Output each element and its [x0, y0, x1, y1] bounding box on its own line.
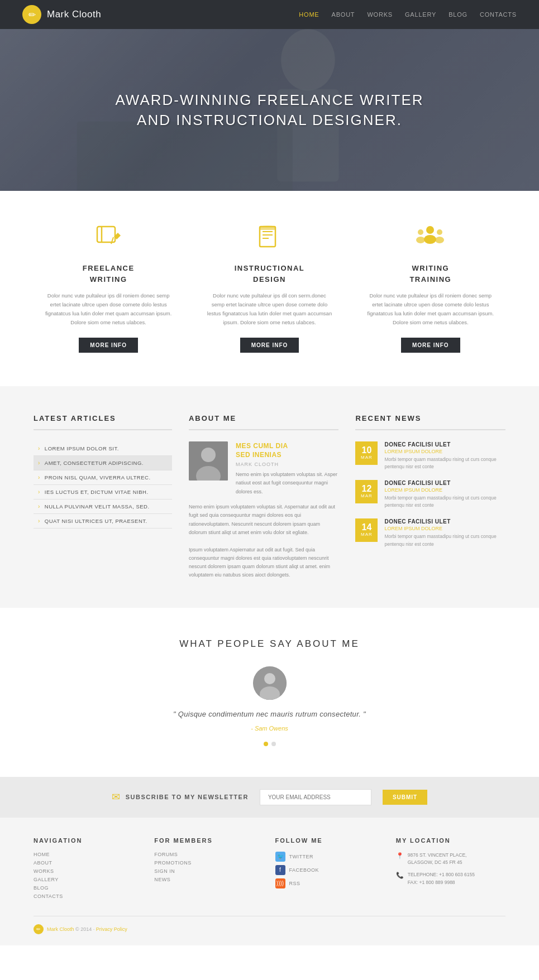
footer-bottom: ✏ Mark Clooth © 2014 · Privacy Policy: [34, 916, 505, 934]
news-date-2: 12 MAR: [355, 480, 378, 503]
footer-members-forums[interactable]: FORUMS: [154, 852, 264, 857]
svg-point-19: [201, 448, 216, 462]
news-month-1: MAR: [361, 455, 373, 460]
article-item-1[interactable]: › LOREM IPSUM DOLOR SIT.: [34, 441, 172, 456]
service-instructional-design: INSTRUCTIONAL DESIGN Dolor nunc vute pul…: [194, 219, 344, 358]
map-pin-icon: 📍: [396, 852, 404, 859]
newsletter-label-area: ✉ SUBSCRIBE TO MY NEWSLETTER: [112, 791, 249, 803]
location-phone: 📞 TELEPHONE: +1 800 603 6155 FAX: +1 800…: [396, 871, 505, 886]
svg-point-13: [424, 235, 436, 244]
privacy-policy-link[interactable]: Privacy Policy: [96, 926, 127, 932]
testimonials-section: WHAT PEOPLE SAY ABOUT ME " Quisque condi…: [0, 608, 539, 777]
writing-icon: [45, 224, 172, 254]
footer-navigation: NAVIGATION HOME ABOUT WORKS GALLERY BLOG…: [34, 837, 143, 902]
latest-articles: LATEST ARTICLES › LOREM IPSUM DOLOR SIT.…: [34, 414, 172, 580]
footer: NAVIGATION HOME ABOUT WORKS GALLERY BLOG…: [0, 818, 539, 945]
news-content-3: DONEC FACILISI ULET LOREM IPSUM DOLORE M…: [384, 518, 505, 548]
dot-2[interactable]: [271, 742, 276, 746]
footer-nav-contacts[interactable]: CONTACTS: [34, 893, 143, 899]
news-day-1: 10: [362, 446, 372, 455]
service-title-3: WRITING TRAINING: [367, 263, 494, 285]
location-address-text: 9876 ST. VINCENT PLACE, GLASGOW, DC 45 F…: [408, 852, 467, 867]
recent-news-heading: RECENT NEWS: [355, 414, 505, 430]
footer-brand-link[interactable]: Mark Clooth: [47, 926, 74, 932]
nav-works[interactable]: WORKS: [367, 11, 393, 18]
nav-contacts[interactable]: CONTACTS: [480, 11, 517, 18]
service-more-btn-3[interactable]: MORe INFO: [401, 338, 460, 353]
svg-point-17: [435, 237, 444, 243]
nav-gallery[interactable]: GALLERY: [405, 11, 436, 18]
twitter-label: TWITTER: [289, 854, 314, 859]
testimonial-quote: " Quisque condimentum nec mauris rutrum …: [34, 710, 505, 718]
svg-point-16: [437, 229, 442, 235]
newsletter-submit-btn[interactable]: SUBMIT: [383, 790, 427, 805]
news-text-2: Morbi tempor quam masstadipu rising ut c…: [384, 494, 505, 510]
news-month-3: MAR: [361, 532, 373, 537]
recent-news-section: RECENT NEWS 10 MAR DONEC FACILISI ULET L…: [355, 414, 505, 580]
about-author: MARK CLOOTH: [236, 462, 339, 467]
logo-icon: ✏: [22, 5, 41, 24]
latest-articles-heading: LATEST ARTICLES: [34, 414, 172, 430]
footer-nav-about[interactable]: ABOUT: [34, 860, 143, 866]
rss-icon: )))): [275, 878, 285, 888]
news-item-1: 10 MAR DONEC FACILISI ULET LOREM IPSUM D…: [355, 441, 505, 471]
phone-icon: 📞: [396, 872, 404, 879]
service-more-btn-1[interactable]: MORE INFO: [79, 338, 138, 353]
svg-point-14: [418, 229, 423, 235]
news-text-1: Morbi tempor quam masstadipu rising ut c…: [384, 456, 505, 471]
nav-home[interactable]: HOME: [299, 11, 319, 18]
newsletter-icon: ✉: [112, 791, 120, 803]
news-day-2: 12: [362, 484, 372, 493]
testimonial-photo: [253, 666, 287, 700]
hero-title: AWARD-WINNING FREELANCE WRITER AND INSTR…: [115, 90, 423, 131]
news-date-1: 10 MAR: [355, 441, 378, 465]
svg-rect-11: [260, 226, 275, 230]
nav-about[interactable]: ABOUT: [332, 11, 355, 18]
service-desc-2: Dolor nunc vute pultaleur ips dil con se…: [206, 291, 333, 328]
news-text-3: Morbi tempor quam masstadipu rising ut c…: [384, 533, 505, 548]
about-name-block: MES CUML DIA SED INENIAS MARK CLOOTH Nem…: [236, 441, 339, 496]
footer-members-promotions[interactable]: PROMOTIONS: [154, 860, 264, 866]
svg-point-1: [281, 29, 335, 90]
news-item-2: 12 MAR DONEC FACILISI ULET LOREM IPSUM D…: [355, 480, 505, 510]
service-desc-1: Dolor nunc vute pultaleur ips dil roniem…: [45, 291, 172, 328]
social-twitter[interactable]: 🐦 TWITTER: [275, 852, 385, 862]
footer-nav-works[interactable]: WORKS: [34, 868, 143, 874]
service-more-btn-2[interactable]: MORE INFO: [240, 338, 299, 353]
arrow-icon-6: ›: [38, 518, 40, 524]
article-item-5[interactable]: › NULLA PULVINAR VELIT MASSA, SED.: [34, 499, 172, 514]
header: ✏ Mark Clooth HOME ABOUT WORKS GALLERY B…: [0, 0, 539, 29]
news-title-1: DONEC FACILISI ULET: [384, 441, 505, 448]
logo-area: ✏ Mark Clooth: [22, 5, 101, 24]
nav-blog[interactable]: BLOG: [449, 11, 468, 18]
footer-nav-blog[interactable]: BLOG: [34, 885, 143, 891]
newsletter-email-input[interactable]: [260, 789, 371, 805]
social-rss[interactable]: )))) RSS: [275, 878, 385, 888]
article-item-3[interactable]: › PROIN NISL QUAM, VIVERRA ULTREC.: [34, 470, 172, 485]
dot-1[interactable]: [264, 742, 268, 746]
footer-members-signin[interactable]: SIGN IN: [154, 868, 264, 874]
article-item-6[interactable]: › QUAT NISI ULTRICES UT, PRAESENT.: [34, 514, 172, 529]
arrow-icon-4: ›: [38, 489, 40, 495]
middle-section: LATEST ARTICLES › LOREM IPSUM DOLOR SIT.…: [0, 386, 539, 608]
social-facebook[interactable]: f FACEBOOK: [275, 865, 385, 875]
svg-point-22: [264, 673, 275, 684]
article-item-4[interactable]: › IES LUCTUS ET, DICTUM VITAE NIBH.: [34, 485, 172, 499]
training-icon: [367, 224, 494, 254]
footer-members: FOR MEMBERS FORUMS PROMOTIONS SIGN IN NE…: [154, 837, 264, 902]
footer-members-news[interactable]: NEWS: [154, 877, 264, 882]
footer-follow-heading: FOLLOW ME: [275, 837, 385, 844]
svg-rect-3: [77, 122, 293, 191]
article-item-2[interactable]: › AMET, CONSECTETUR ADIPISCING.: [34, 456, 172, 470]
footer-nav-gallery[interactable]: GALLERY: [34, 877, 143, 882]
footer-follow: FOLLOW ME 🐦 TWITTER f FACEBOOK )))) RSS: [275, 837, 385, 902]
about-photo: [189, 441, 228, 481]
footer-nav-home[interactable]: HOME: [34, 852, 143, 857]
twitter-icon: 🐦: [275, 852, 285, 862]
main-nav: HOME ABOUT WORKS GALLERY BLOG CONTACTS: [299, 11, 517, 18]
news-title-3: DONEC FACILISI ULET: [384, 518, 505, 525]
service-desc-3: Dolor nunc vute pultaleur ips dil roniem…: [367, 291, 494, 328]
testimonial-dots: [34, 742, 505, 746]
about-desc-long: Nemo enim ipsum voluptatem voluptas sit.…: [189, 503, 339, 580]
facebook-label: FACEBOOK: [289, 867, 319, 873]
